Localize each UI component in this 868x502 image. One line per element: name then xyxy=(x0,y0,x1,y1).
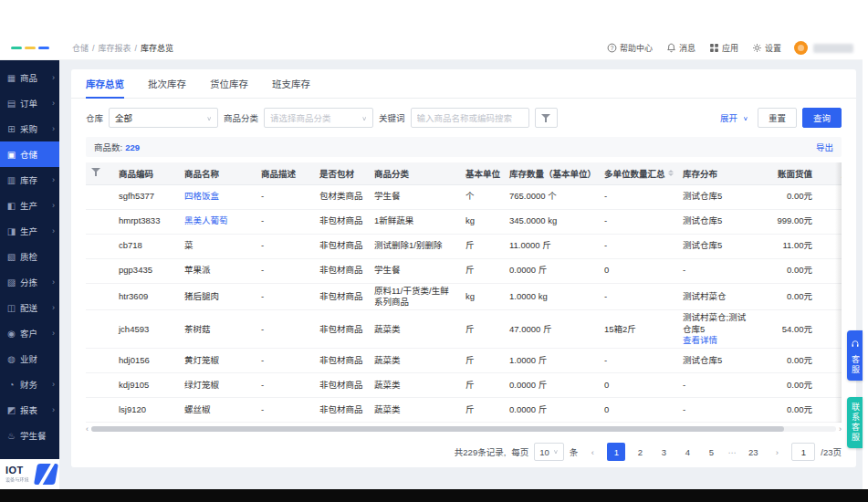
per-page-select[interactable]: 10∨ xyxy=(534,443,563,461)
cell-cat: 1新鲜蔬果 xyxy=(369,209,460,234)
topbar-actions: ?帮助中心消息应用设置 xyxy=(607,42,781,54)
headset-icon xyxy=(851,336,860,352)
warehouse-select[interactable]: 全部 ∨ xyxy=(109,108,218,128)
floating-badges: 客服联系客服 xyxy=(847,330,863,448)
cell-name: 螺丝椒 xyxy=(179,398,256,423)
username-redacted xyxy=(813,44,853,53)
records-total: 共229条记录, xyxy=(455,445,507,458)
topbar: 仓储/库存报表/库存总览 ?帮助中心消息应用设置 xyxy=(0,37,863,60)
reset-button[interactable]: 重置 xyxy=(758,108,797,128)
cell-name: 苹果派 xyxy=(179,258,256,283)
sidebar-item-production[interactable]: ◧生产› xyxy=(0,193,59,218)
sidebar-item-purchase[interactable]: ⊞采购› xyxy=(0,116,59,141)
sidebar-item-reports[interactable]: ◩报表› xyxy=(0,397,59,423)
sidebar-item-quality[interactable]: ▧质检 xyxy=(0,244,59,269)
column-header-multi[interactable]: 多单位数量汇总 xyxy=(599,162,677,184)
delivery-icon: ◫ xyxy=(6,303,16,313)
cell-dist: 测试仓库5 xyxy=(677,349,756,373)
page-button-1[interactable]: 1 xyxy=(607,443,625,461)
tab-location[interactable]: 货位库存 xyxy=(210,69,248,99)
cell-unit: 斤 xyxy=(460,258,504,283)
cell-qty: 0.0000 斤 xyxy=(504,373,599,398)
keyword-input[interactable] xyxy=(411,108,529,128)
tab-overview[interactable]: 库存总览 xyxy=(86,69,124,99)
category-select[interactable]: 请选择商品分类 ∨ xyxy=(264,108,373,128)
horizontal-scrollbar[interactable]: ‹ › xyxy=(86,424,842,434)
cell-pack: 非包材商品 xyxy=(314,258,369,283)
sidebar-item-customers[interactable]: ◉客户› xyxy=(0,320,59,346)
topbar-action-help[interactable]: ?帮助中心 xyxy=(607,42,653,54)
export-link[interactable]: 导出 xyxy=(816,141,833,153)
column-header-qty[interactable]: 库存数量（基本单位） xyxy=(504,162,599,184)
sidebar-item-finance[interactable]: ◔财务› xyxy=(0,371,59,397)
scroll-left-icon[interactable]: ‹ xyxy=(86,424,89,434)
sidebar-item-warehouse[interactable]: ▣仓储 xyxy=(0,141,59,167)
column-header-code: 商品编码 xyxy=(113,162,179,184)
cell-select xyxy=(86,258,113,283)
cell-dist: 测试仓库5 xyxy=(677,234,756,258)
sort-carets-icon[interactable] xyxy=(668,170,674,176)
cell-name: 茶树菇 xyxy=(179,310,256,349)
category-select-placeholder: 请选择商品分类 xyxy=(270,111,331,124)
table-row: lsj9120螺丝椒-非包材商品蔬菜类斤0.0000 斤0-0.00元0.00元 xyxy=(86,398,842,423)
page-button-5[interactable]: 5 xyxy=(702,443,720,461)
advanced-filter-button[interactable] xyxy=(535,108,558,128)
purchase-icon: ⊞ xyxy=(6,124,16,134)
page-button-4[interactable]: 4 xyxy=(678,443,696,461)
topbar-action-apps[interactable]: 应用 xyxy=(709,42,738,54)
sidebar-item-label: 商品 xyxy=(20,71,37,84)
iot-title: IOT xyxy=(5,465,33,476)
tab-batch[interactable]: 批次库存 xyxy=(148,69,186,99)
chevron-right-icon: › xyxy=(52,277,55,287)
topbar-action-message[interactable]: 消息 xyxy=(666,42,695,54)
cell-qty: 1.0000 斤 xyxy=(504,349,599,373)
tab-branch[interactable]: 班支库存 xyxy=(272,69,310,99)
table-scroll-area[interactable]: 商品编码商品名称商品描述是否包材商品分类基本单位库存数量（基本单位）多单位数量汇… xyxy=(86,162,842,423)
cell-value: 0.00元 xyxy=(756,184,818,209)
floating-badge-service[interactable]: 客服 xyxy=(847,330,863,381)
sidebar-item-sorting[interactable]: ▨分拣› xyxy=(0,269,59,295)
cell-code: lsj9120 xyxy=(113,398,179,423)
page-button-3[interactable]: 3 xyxy=(654,443,673,461)
sidebar-item-goods[interactable]: ▦商品› xyxy=(0,65,59,90)
cell-multi: 15箱2斤 xyxy=(599,310,677,349)
sidebar-item-delivery[interactable]: ◫配送› xyxy=(0,295,59,320)
sidebar-item-production2[interactable]: ◨生产› xyxy=(0,218,59,244)
chevron-right-icon: › xyxy=(52,73,55,82)
cell-name: 绿灯笼椒 xyxy=(179,373,256,398)
search-button[interactable]: 查询 xyxy=(802,108,842,128)
sidebar-item-bizfinance[interactable]: ◍业财 xyxy=(0,346,59,371)
logo-dash-icon xyxy=(25,47,36,49)
cell-unit: 斤 xyxy=(460,310,504,349)
column-header-unit: 基本单位 xyxy=(460,162,504,184)
expand-link[interactable]: 展开 ∨ xyxy=(720,111,748,124)
floating-badge-contact[interactable]: 联系客服 xyxy=(847,397,863,448)
page-button-2[interactable]: 2 xyxy=(631,443,649,461)
page-button-23[interactable]: 23 xyxy=(744,443,762,461)
product-name-link[interactable]: 黑美人葡萄 xyxy=(184,215,228,225)
sidebar-item-studentmeal[interactable]: ♨学生餐 xyxy=(0,423,59,448)
topbar-action-settings[interactable]: 设置 xyxy=(752,42,781,54)
sidebar-item-label: 质检 xyxy=(20,250,37,263)
iot-logo[interactable]: IOT 设备与环境 xyxy=(0,459,59,489)
product-name-link[interactable]: 四格饭盒 xyxy=(184,191,219,201)
sidebar-item-inventory[interactable]: ▥库存› xyxy=(0,167,59,193)
bizfinance-icon: ◍ xyxy=(6,354,16,364)
breadcrumb-item[interactable]: 仓储 xyxy=(72,42,89,54)
page-jump-input[interactable] xyxy=(791,443,815,461)
column-settings-header[interactable] xyxy=(86,162,113,184)
scrollbar-thumb[interactable] xyxy=(91,426,784,432)
scrollbar-track[interactable] xyxy=(91,426,836,432)
column-header-avg: 库存均价 xyxy=(818,162,842,184)
sidebar-item-label: 配送 xyxy=(20,301,37,314)
breadcrumb-item[interactable]: 库存报表 xyxy=(99,42,131,54)
cell-pack: 非包材商品 xyxy=(314,310,369,349)
cell-code: htr3609 xyxy=(113,283,179,310)
avatar[interactable] xyxy=(794,41,808,55)
column-header-label: 库存分布 xyxy=(683,167,717,180)
prev-page-button[interactable]: ‹ xyxy=(583,443,601,461)
next-page-button[interactable]: › xyxy=(768,443,786,461)
scroll-right-icon[interactable]: › xyxy=(839,424,842,434)
view-detail-link[interactable]: 查看详情 xyxy=(683,335,750,346)
sidebar-item-orders[interactable]: ▤订单› xyxy=(0,90,59,116)
